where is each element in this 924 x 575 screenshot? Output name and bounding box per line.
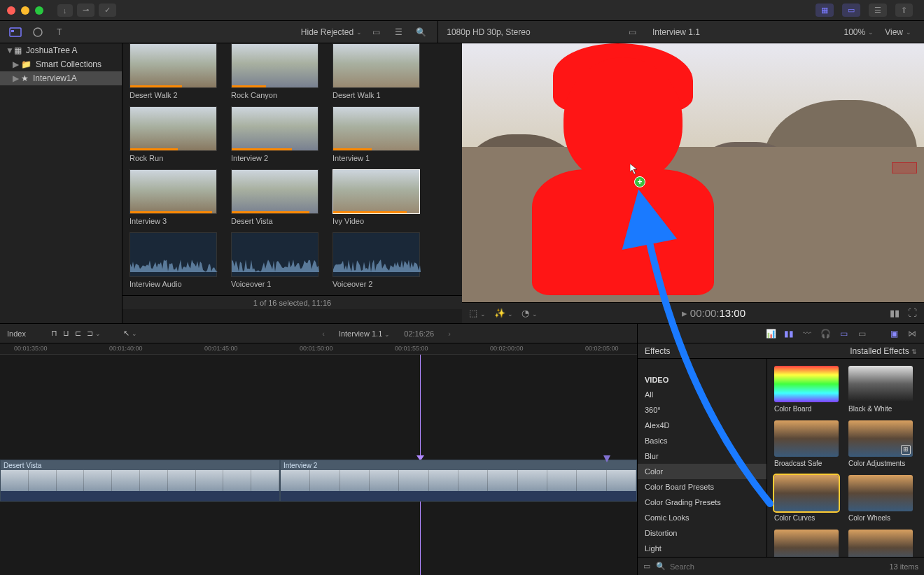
viewer-canvas[interactable]: + <box>462 43 924 302</box>
disclosure-triangle-icon[interactable]: ▶ <box>13 73 17 83</box>
generators-icon[interactable]: ▭ <box>855 329 868 339</box>
search-icon[interactable]: 🔍 <box>412 24 429 41</box>
sidebar-item-library[interactable]: ▼ ▦ JoshuaTree A <box>0 43 122 57</box>
viewer-timecode: ▸00:00:13:00 <box>546 307 881 320</box>
timeline-clip[interactable]: Desert Vista <box>0 460 280 502</box>
effects-category-item[interactable]: Light <box>638 541 766 556</box>
keyword-button[interactable]: ⊸ <box>77 3 94 17</box>
clip-label: Desert Walk 2 <box>130 91 217 99</box>
play-icon[interactable]: ▸ <box>682 307 687 319</box>
clip-label: Rock Run <box>130 154 217 162</box>
retime-icon[interactable]: ◔ ⌄ <box>522 308 538 318</box>
timeline-toggle[interactable]: ▭ <box>842 3 860 17</box>
index-button[interactable]: Index <box>7 329 26 338</box>
effects-category-item[interactable]: 360° <box>638 402 766 418</box>
fullscreen-icon[interactable]: ⛶ <box>908 308 917 318</box>
viewer-toolbar: ⬚ ⌄ ✨ ⌄ ◔ ⌄ ▸00:00:13:00 ▮▮ ⛶ <box>462 302 924 323</box>
filter-dropdown[interactable]: Hide Rejected⌄ <box>301 27 362 37</box>
transitions-browser-icon[interactable]: ⋈ <box>906 329 918 339</box>
clip-item[interactable]: Interview 2 <box>231 106 318 162</box>
effects-category-item[interactable]: Comic Looks <box>638 510 766 525</box>
minimize-button[interactable] <box>21 6 29 15</box>
effects-panel: 📊 ▮▮ 〰 🎧 ▭ ▭ ▣ ⋈ Effects Installed Effec… <box>637 324 924 575</box>
clip-appearance-icon[interactable]: ▭ <box>368 24 384 41</box>
inspector-toggle[interactable]: ☰ <box>869 3 887 17</box>
browser-toggle[interactable]: ▦ <box>816 3 834 17</box>
enhance-icon[interactable]: ✨ ⌄ <box>494 308 514 318</box>
view-dropdown[interactable]: View⌄ <box>885 27 911 37</box>
clip-item[interactable]: Rock Run <box>130 106 217 162</box>
clip-item[interactable]: Ivy Video <box>332 169 420 225</box>
effects-category-item[interactable]: Distortion <box>638 525 766 541</box>
effects-category-item[interactable]: Color <box>638 464 766 479</box>
search-icon: 🔍 <box>656 562 666 571</box>
effects-search[interactable]: 🔍 <box>656 562 883 571</box>
clip-item[interactable]: Interview Audio <box>130 232 217 288</box>
effect-item[interactable]: Color Curves <box>774 475 839 523</box>
transitions-icon[interactable]: ▭ <box>837 329 850 339</box>
clip-label: Interview 1 <box>332 154 420 162</box>
effect-item[interactable]: Color Board <box>774 366 839 413</box>
effect-item[interactable] <box>774 530 839 557</box>
history-back-icon[interactable]: ‹ <box>322 329 325 338</box>
clip-item[interactable]: Interview 1 <box>332 106 420 162</box>
timeline-body[interactable]: Desert VistaInterview 2 <box>0 355 637 575</box>
timeline-ruler[interactable]: 00:01:35:0000:01:40:0000:01:45:0000:01:5… <box>0 343 637 355</box>
effect-item[interactable]: Broadcast Safe <box>774 420 839 468</box>
effects-scope-dropdown[interactable]: Installed Effects ⇅ <box>850 346 917 356</box>
clip-item[interactable]: Desert Walk 1 <box>332 43 420 99</box>
clip-item[interactable]: Desert Walk 2 <box>130 43 217 99</box>
overwrite-clip-icon[interactable]: ⊐ ⌄ <box>87 329 101 338</box>
sidebar-item-smart-collections[interactable]: ▶ 📁 Smart Collections <box>0 57 122 71</box>
import-button[interactable]: ↓ <box>57 4 73 17</box>
connect-clip-icon[interactable]: ⊓ <box>51 329 57 338</box>
clip-item[interactable]: Desert Vista <box>231 169 318 225</box>
effects-category-item[interactable]: All <box>638 387 766 402</box>
close-button[interactable] <box>7 6 15 15</box>
share-button[interactable]: ⇧ <box>895 3 913 17</box>
disclosure-triangle-icon[interactable]: ▼ <box>6 45 10 55</box>
timeline-clip[interactable]: Interview 2 <box>280 460 637 502</box>
effects-category-item[interactable]: Blur <box>638 448 766 464</box>
append-clip-icon[interactable]: ⊏ <box>75 329 81 338</box>
transform-icon[interactable]: ⬚ ⌄ <box>469 308 486 318</box>
effects-browser-icon[interactable]: ▣ <box>888 329 900 339</box>
history-forward-icon[interactable]: › <box>448 329 451 338</box>
photos-icon[interactable] <box>29 24 46 41</box>
clip-item[interactable]: Interview 3 <box>130 169 217 225</box>
maximize-button[interactable] <box>35 6 43 15</box>
titles-icon[interactable]: T <box>52 24 69 41</box>
timeline-project-dropdown[interactable]: Interview 1.1 ⌄ <box>339 329 390 338</box>
effect-item[interactable]: ⊞Color Adjustments <box>848 420 913 468</box>
info-inspector-icon[interactable]: 🎧 <box>819 329 832 339</box>
effect-item[interactable]: Black & White <box>848 366 913 413</box>
video-inspector-icon[interactable]: 📊 <box>764 329 777 339</box>
effect-label: Color Curves <box>774 514 839 523</box>
ruler-tick: 00:02:05:00 <box>585 345 619 352</box>
select-tool-icon[interactable]: ↖ ⌄ <box>123 329 137 338</box>
angle-icon[interactable]: ▭ <box>624 24 641 41</box>
zoom-dropdown[interactable]: 100%⌄ <box>844 27 874 37</box>
audio-inspector-icon[interactable]: 〰 <box>801 329 813 339</box>
list-view-icon[interactable]: ☰ <box>390 24 407 41</box>
thumbnail-size-icon[interactable]: ▭ <box>643 562 650 571</box>
audio-meter-icon[interactable]: ▮▮ <box>890 308 899 318</box>
sidebar-item-event[interactable]: ▶ ★ Interview1A <box>0 71 122 85</box>
effect-item[interactable]: Color Wheels <box>848 475 913 523</box>
search-input[interactable] <box>670 562 883 571</box>
effects-category-item[interactable]: Color Grading Presets <box>638 495 766 510</box>
clip-item[interactable]: Voiceover 1 <box>231 232 318 288</box>
color-inspector-icon[interactable]: ▮▮ <box>783 329 795 339</box>
effect-item[interactable] <box>848 530 913 557</box>
clip-item[interactable]: Rock Canyon <box>231 43 318 99</box>
effects-category-item[interactable]: Basics <box>638 433 766 448</box>
effect-label: Color Board <box>774 405 839 413</box>
clip-item[interactable]: Voiceover 2 <box>332 232 420 288</box>
disclosure-triangle-icon[interactable]: ▶ <box>13 59 17 69</box>
effects-category-item[interactable]: Color Board Presets <box>638 479 766 495</box>
library-icon[interactable] <box>7 24 24 41</box>
insert-clip-icon[interactable]: ⊔ <box>63 329 69 338</box>
effects-category-item[interactable]: Alex4D <box>638 418 766 433</box>
background-tasks-button[interactable]: ✓ <box>99 3 116 17</box>
timeline-duration: 02:16:26 <box>404 329 434 338</box>
